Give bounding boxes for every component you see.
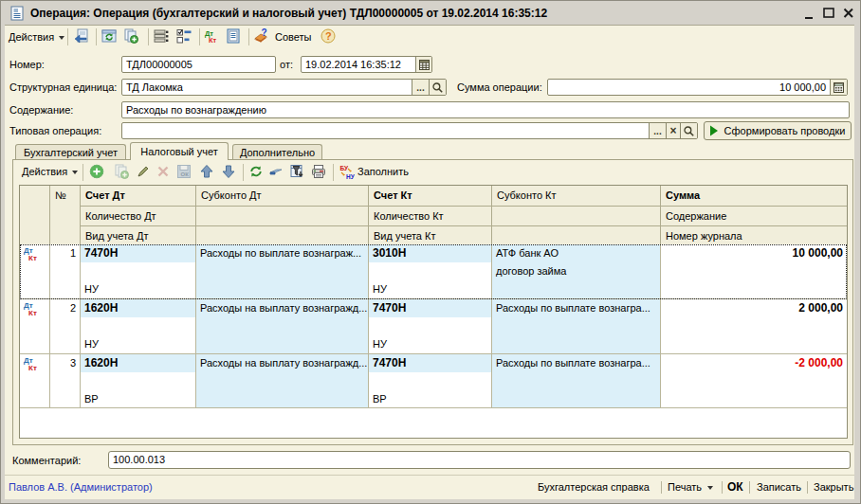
header-kind-dt[interactable]: Вид учета Дт bbox=[81, 226, 196, 244]
fill-bunu-icon: БУ НУ bbox=[339, 164, 355, 179]
generate-postings-button[interactable]: Сформировать проводки bbox=[704, 121, 852, 140]
svg-text:Кт: Кт bbox=[209, 36, 217, 44]
header-marker-column[interactable] bbox=[20, 186, 50, 244]
print-button[interactable]: Печать bbox=[668, 476, 713, 499]
close-button[interactable] bbox=[841, 6, 856, 21]
comment-input[interactable]: 100.00.013 bbox=[108, 451, 851, 469]
subconto-dt-cell[interactable]: Расходы на выплату вознагражд... bbox=[196, 299, 368, 317]
print-list-icon[interactable] bbox=[311, 164, 326, 179]
postings-dtkt-icon[interactable]: Дт Кт bbox=[204, 28, 219, 44]
header-num-column[interactable]: № bbox=[50, 186, 81, 244]
header-qty-kt[interactable]: Количество Кт bbox=[369, 207, 492, 225]
minimize-button[interactable] bbox=[802, 6, 817, 21]
copy-icon[interactable] bbox=[123, 28, 138, 44]
window: Операция: Операция (бухгалтерский и нало… bbox=[0, 0, 861, 504]
mark-list-icon[interactable] bbox=[176, 28, 192, 44]
kind-dt-cell[interactable]: НУ bbox=[81, 280, 195, 298]
header-content[interactable]: Содержание bbox=[661, 207, 847, 225]
ok-button[interactable]: ОК bbox=[727, 476, 743, 499]
add-row-icon[interactable] bbox=[89, 164, 104, 179]
help-icon[interactable]: ? bbox=[321, 28, 336, 44]
account-dt-cell[interactable]: 1620Н bbox=[81, 299, 195, 317]
subconto-dt-cell[interactable]: Расходы по выплате вознаграж... bbox=[196, 244, 368, 262]
unit-input[interactable]: ТД Лакомка ... bbox=[121, 79, 447, 96]
kind-kt-cell[interactable]: НУ bbox=[369, 335, 491, 353]
header-journal[interactable]: Номер журнала bbox=[661, 226, 847, 244]
edit-row-icon[interactable] bbox=[136, 164, 151, 179]
subconto-kt-cell[interactable]: АТФ банк АО bbox=[492, 244, 660, 262]
amount-cell[interactable]: -2 000,00 bbox=[661, 354, 847, 372]
calculator-button[interactable] bbox=[830, 80, 847, 95]
account-kt-cell[interactable]: 7470Н bbox=[369, 354, 491, 372]
account-dt-cell[interactable]: 1620Н bbox=[81, 354, 195, 372]
header-kind-kt[interactable]: Вид учета Кт bbox=[369, 226, 492, 244]
calendar-button[interactable] bbox=[415, 57, 431, 72]
kind-dt-cell[interactable]: ВР bbox=[81, 390, 195, 408]
document-icon bbox=[9, 6, 25, 21]
subconto-kt-cell[interactable]: Расходы по выплате вознагра... bbox=[492, 299, 660, 317]
amount-cell[interactable]: 2 000,00 bbox=[661, 299, 847, 317]
title-bar: Операция: Операция (бухгалтерский и нало… bbox=[2, 2, 861, 25]
typical-clear-button[interactable]: × bbox=[666, 123, 680, 138]
structure-icon[interactable] bbox=[154, 28, 169, 44]
header-amount[interactable]: Сумма bbox=[661, 186, 847, 206]
table-row[interactable]: Дт Кт 2 1620Н НУ Расходы на выплату возн… bbox=[20, 299, 847, 354]
save-button[interactable]: Записать bbox=[757, 476, 801, 499]
tab-additional[interactable]: Дополнительно bbox=[232, 144, 322, 160]
dropdown-arrow-icon bbox=[59, 36, 64, 40]
tab-accounting[interactable]: Бухгалтерский учет bbox=[15, 144, 126, 160]
svg-text:?: ? bbox=[325, 30, 332, 42]
account-dt-cell[interactable]: 7470Н bbox=[81, 244, 195, 262]
svg-text:Кт: Кт bbox=[28, 254, 37, 261]
date-input[interactable]: 19.02.2014 16:35:12 bbox=[301, 56, 432, 73]
account-kt-cell[interactable]: 7470Н bbox=[369, 299, 491, 317]
date-label: от: bbox=[280, 56, 293, 73]
posting-report-icon[interactable] bbox=[226, 28, 241, 44]
header-subconto-kt[interactable]: Субконто Кт bbox=[492, 186, 661, 206]
table-row[interactable]: Дт Кт 1 7470Н НУ Расходы по выплате возн… bbox=[20, 244, 847, 299]
fill-button[interactable]: Заполнить bbox=[357, 162, 409, 181]
advice-button[interactable]: Советы bbox=[275, 27, 311, 46]
move-up-icon[interactable] bbox=[199, 164, 214, 179]
subconto-kt-cell-2[interactable]: договор займа bbox=[492, 262, 660, 280]
typical-select-button[interactable]: ... bbox=[649, 123, 666, 138]
close-window-button[interactable]: Закрыть bbox=[814, 476, 853, 499]
header-account-dt[interactable]: Счет Дт bbox=[81, 186, 196, 206]
save-close-icon[interactable] bbox=[74, 28, 89, 44]
account-kt-cell[interactable]: 3010Н bbox=[369, 244, 491, 262]
row-dtkt-marker-icon: Дт Кт bbox=[23, 356, 40, 371]
content-input[interactable]: Расходы по вознаграждению bbox=[121, 101, 850, 118]
unit-open-button[interactable] bbox=[429, 80, 446, 95]
typical-open-button[interactable] bbox=[680, 123, 697, 138]
maximize-button[interactable] bbox=[821, 6, 836, 21]
amount-cell[interactable]: 10 000,00 bbox=[661, 244, 847, 262]
play-icon bbox=[709, 125, 719, 136]
move-down-icon[interactable] bbox=[221, 164, 236, 179]
reread-icon[interactable] bbox=[101, 28, 117, 44]
current-user-link[interactable]: Павлов А.В. (Администратор) bbox=[9, 476, 153, 499]
set-interval-icon[interactable] bbox=[268, 164, 284, 179]
amount-input[interactable]: 10 000,00 bbox=[547, 79, 848, 96]
svg-text:БУ: БУ bbox=[340, 165, 350, 171]
actions-menu-button[interactable]: Действия bbox=[9, 27, 64, 46]
typical-operation-label: Типовая операция: bbox=[9, 122, 101, 139]
kind-dt-cell[interactable]: НУ bbox=[81, 335, 195, 353]
table-actions-menu-button[interactable]: Действия bbox=[22, 162, 78, 181]
header-subconto-dt[interactable]: Субконто Дт bbox=[196, 186, 369, 206]
end-edit-icon: ОК bbox=[176, 164, 192, 179]
advice-book-icon[interactable]: ? bbox=[253, 28, 268, 44]
accounting-reference-button[interactable]: Бухгалтерская справка bbox=[538, 476, 650, 499]
subconto-kt-cell[interactable]: Расходы по выплате вознагра... bbox=[492, 354, 660, 372]
refresh-icon[interactable] bbox=[248, 164, 264, 179]
filter-sort-icon[interactable] bbox=[289, 164, 304, 179]
kind-kt-cell[interactable]: ВР bbox=[369, 390, 491, 408]
header-qty-dt[interactable]: Количество Дт bbox=[81, 207, 196, 225]
svg-text:ОК: ОК bbox=[181, 171, 190, 177]
subconto-dt-cell[interactable]: Расходы на выплату вознагражд... bbox=[196, 354, 368, 372]
kind-kt-cell[interactable]: НУ bbox=[369, 280, 491, 298]
table-row[interactable]: Дт Кт 3 1620Н ВР Расходы на выплату возн… bbox=[20, 354, 847, 408]
unit-select-button[interactable]: ... bbox=[412, 80, 429, 95]
header-account-kt[interactable]: Счет Кт bbox=[369, 186, 492, 206]
number-input[interactable]: ТДЛ00000005 bbox=[121, 56, 276, 73]
typical-operation-input[interactable]: ... × bbox=[121, 122, 698, 139]
